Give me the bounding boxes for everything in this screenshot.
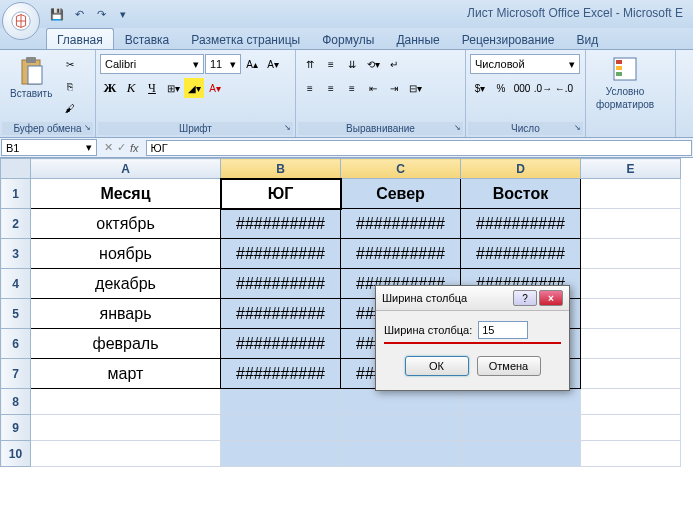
cell-E2[interactable] [581, 209, 681, 239]
cell-B9[interactable] [221, 415, 341, 441]
tab-data[interactable]: Данные [385, 28, 450, 49]
fx-icon[interactable]: fx [130, 142, 139, 154]
col-header-A[interactable]: A [31, 159, 221, 179]
cell-D8[interactable] [461, 389, 581, 415]
align-right-icon[interactable]: ≡ [342, 78, 362, 98]
font-color-button[interactable]: A▾ [205, 78, 225, 98]
cell-E6[interactable] [581, 329, 681, 359]
increase-decimal-icon[interactable]: .0→ [533, 78, 553, 98]
office-button[interactable] [2, 2, 40, 40]
decrease-decimal-icon[interactable]: ←.0 [554, 78, 574, 98]
comma-icon[interactable]: 000 [512, 78, 532, 98]
grow-font-icon[interactable]: A▴ [242, 54, 262, 74]
row-header-4[interactable]: 4 [1, 269, 31, 299]
cell-A1[interactable]: Месяц [31, 179, 221, 209]
font-size-select[interactable]: 11▾ [205, 54, 241, 74]
align-top-icon[interactable]: ⇈ [300, 54, 320, 74]
shrink-font-icon[interactable]: A▾ [263, 54, 283, 74]
col-header-E[interactable]: E [581, 159, 681, 179]
cell-C8[interactable] [341, 389, 461, 415]
dialog-titlebar[interactable]: Ширина столбца ? × [376, 286, 569, 311]
col-header-C[interactable]: C [341, 159, 461, 179]
row-header-8[interactable]: 8 [1, 389, 31, 415]
name-box[interactable]: B1▾ [1, 139, 97, 156]
cell-A4[interactable]: декабрь [31, 269, 221, 299]
spreadsheet-grid[interactable]: ABCDE1МесяцЮГСеверВосток2октябрь########… [0, 158, 693, 467]
tab-layout[interactable]: Разметка страницы [180, 28, 311, 49]
confirm-formula-icon[interactable]: ✓ [117, 141, 126, 154]
row-header-2[interactable]: 2 [1, 209, 31, 239]
cell-A5[interactable]: январь [31, 299, 221, 329]
cell-E3[interactable] [581, 239, 681, 269]
column-width-input[interactable] [478, 321, 528, 339]
cell-A2[interactable]: октябрь [31, 209, 221, 239]
number-format-select[interactable]: Числовой▾ [470, 54, 580, 74]
dialog-close-button[interactable]: × [539, 290, 563, 306]
cell-E4[interactable] [581, 269, 681, 299]
row-header-7[interactable]: 7 [1, 359, 31, 389]
border-button[interactable]: ⊞▾ [163, 78, 183, 98]
tab-home[interactable]: Главная [46, 28, 114, 49]
cell-A10[interactable] [31, 441, 221, 467]
cell-C3[interactable]: ########## [341, 239, 461, 269]
cell-E10[interactable] [581, 441, 681, 467]
redo-icon[interactable]: ↷ [92, 5, 110, 23]
cell-E1[interactable] [581, 179, 681, 209]
cell-B3[interactable]: ########## [221, 239, 341, 269]
increase-indent-icon[interactable]: ⇥ [384, 78, 404, 98]
decrease-indent-icon[interactable]: ⇤ [363, 78, 383, 98]
row-header-9[interactable]: 9 [1, 415, 31, 441]
tab-view[interactable]: Вид [565, 28, 609, 49]
select-all-corner[interactable] [1, 159, 31, 179]
dialog-help-button[interactable]: ? [513, 290, 537, 306]
align-left-icon[interactable]: ≡ [300, 78, 320, 98]
qat-customize-icon[interactable]: ▾ [114, 5, 132, 23]
cell-D2[interactable]: ########## [461, 209, 581, 239]
currency-icon[interactable]: $▾ [470, 78, 490, 98]
orientation-icon[interactable]: ⟲▾ [363, 54, 383, 74]
row-header-6[interactable]: 6 [1, 329, 31, 359]
bold-button[interactable]: Ж [100, 78, 120, 98]
cell-C1[interactable]: Север [341, 179, 461, 209]
cell-E9[interactable] [581, 415, 681, 441]
paste-button[interactable]: Вставить [4, 54, 58, 101]
col-header-B[interactable]: B [221, 159, 341, 179]
row-header-5[interactable]: 5 [1, 299, 31, 329]
tab-review[interactable]: Рецензирование [451, 28, 566, 49]
tab-insert[interactable]: Вставка [114, 28, 181, 49]
cell-D3[interactable]: ########## [461, 239, 581, 269]
cell-A6[interactable]: февраль [31, 329, 221, 359]
cell-D9[interactable] [461, 415, 581, 441]
cell-B10[interactable] [221, 441, 341, 467]
cancel-formula-icon[interactable]: ✕ [104, 141, 113, 154]
cut-icon[interactable]: ✂ [60, 54, 80, 74]
wrap-text-icon[interactable]: ↵ [384, 54, 404, 74]
align-bottom-icon[interactable]: ⇊ [342, 54, 362, 74]
cell-C2[interactable]: ########## [341, 209, 461, 239]
percent-icon[interactable]: % [491, 78, 511, 98]
merge-cells-icon[interactable]: ⊟▾ [405, 78, 425, 98]
cell-A7[interactable]: март [31, 359, 221, 389]
align-center-icon[interactable]: ≡ [321, 78, 341, 98]
cell-C10[interactable] [341, 441, 461, 467]
dialog-ok-button[interactable]: ОК [405, 356, 469, 376]
cell-B1[interactable]: ЮГ [221, 179, 341, 209]
cell-B4[interactable]: ########## [221, 269, 341, 299]
conditional-formatting-button[interactable]: Условно форматиров [590, 54, 660, 112]
copy-icon[interactable]: ⎘ [60, 76, 80, 96]
col-header-D[interactable]: D [461, 159, 581, 179]
cell-E5[interactable] [581, 299, 681, 329]
dialog-cancel-button[interactable]: Отмена [477, 356, 541, 376]
fill-color-button[interactable]: ◢▾ [184, 78, 204, 98]
cell-A3[interactable]: ноябрь [31, 239, 221, 269]
cell-B2[interactable]: ########## [221, 209, 341, 239]
format-painter-icon[interactable]: 🖌 [60, 98, 80, 118]
underline-button[interactable]: Ч [142, 78, 162, 98]
cell-E7[interactable] [581, 359, 681, 389]
cell-C9[interactable] [341, 415, 461, 441]
row-header-10[interactable]: 10 [1, 441, 31, 467]
align-middle-icon[interactable]: ≡ [321, 54, 341, 74]
italic-button[interactable]: К [121, 78, 141, 98]
font-family-select[interactable]: Calibri▾ [100, 54, 204, 74]
formula-input[interactable]: ЮГ [146, 140, 692, 156]
